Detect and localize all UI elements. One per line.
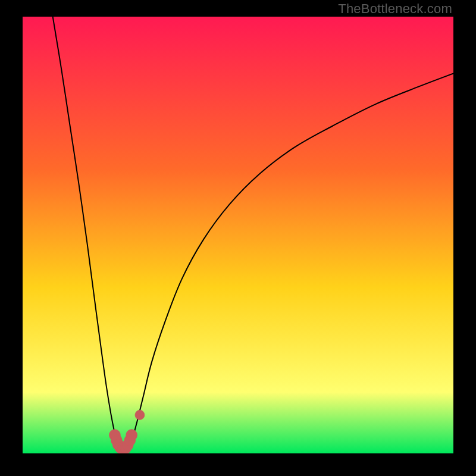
outer-frame: TheBottleneck.com <box>0 0 476 476</box>
marker-dot <box>126 430 137 441</box>
marker-dot <box>135 410 145 419</box>
gradient-background <box>23 17 453 453</box>
plot-area <box>23 17 453 453</box>
watermark-text: TheBottleneck.com <box>338 1 452 17</box>
chart-svg <box>23 17 453 453</box>
